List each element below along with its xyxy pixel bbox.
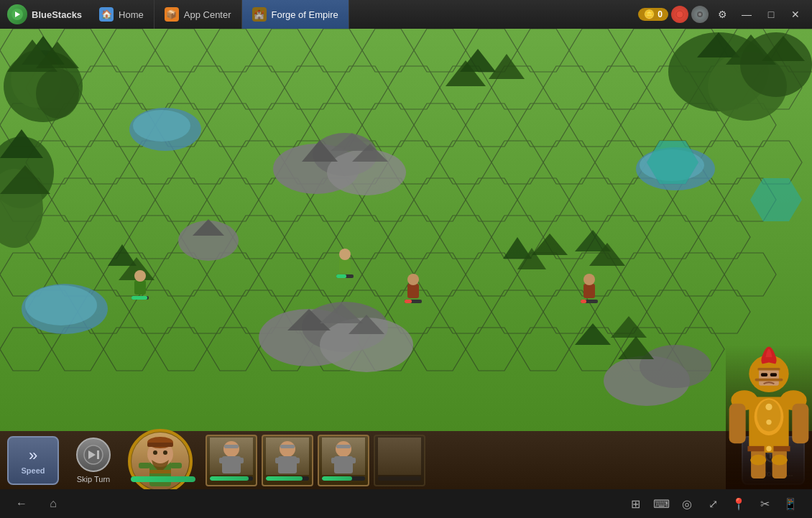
title-bar-controls: 🪙 0 ⚙ — □ ✕ <box>638 5 812 24</box>
svg-rect-88 <box>219 458 229 463</box>
unit-2-health-fill <box>266 476 303 481</box>
svg-rect-106 <box>729 404 746 443</box>
svg-point-122 <box>766 446 771 451</box>
location-icon[interactable]: 📍 <box>729 494 749 514</box>
svg-rect-72 <box>581 300 586 303</box>
svg-point-2 <box>676 11 683 18</box>
coin-icon: 🪙 <box>644 9 655 19</box>
battlefield[interactable] <box>0 29 812 431</box>
tab-appcenter[interactable]: 📦 App Center <box>154 0 242 29</box>
svg-point-66 <box>407 274 419 285</box>
home-tab-label: Home <box>119 9 144 20</box>
svg-point-39 <box>25 285 97 325</box>
unit-card-4[interactable] <box>374 435 425 486</box>
unit-1-health-bar <box>210 476 253 481</box>
svg-rect-61 <box>134 280 146 295</box>
svg-point-58 <box>339 249 351 260</box>
unit-1-image <box>210 438 253 475</box>
back-button[interactable]: ← <box>11 494 32 514</box>
mobile-icon[interactable]: 📱 <box>780 494 801 514</box>
svg-point-118 <box>765 404 772 410</box>
keyboard-icon[interactable]: ⌨ <box>651 494 671 514</box>
home-tab-icon: 🏠 <box>99 7 114 22</box>
bluestacks-icon <box>7 4 27 24</box>
unit-card-3[interactable] <box>318 435 369 486</box>
svg-rect-83 <box>139 463 150 468</box>
svg-point-116 <box>750 455 766 466</box>
cut-icon[interactable]: ✂ <box>755 494 775 514</box>
notification-badge[interactable] <box>671 6 688 23</box>
svg-rect-89 <box>234 458 244 463</box>
unit-3-health-fill <box>322 476 352 481</box>
svg-rect-75 <box>97 450 99 459</box>
unit-cards-row <box>206 435 736 486</box>
sys-left: ← ⌂ <box>11 494 63 514</box>
svg-rect-68 <box>405 300 412 303</box>
appcenter-tab-icon: 📦 <box>165 7 179 22</box>
tab-home[interactable]: 🏠 Home <box>89 0 154 29</box>
coin-count: 0 <box>658 9 663 19</box>
svg-point-81 <box>163 450 167 455</box>
svg-rect-110 <box>761 373 767 376</box>
bottom-bar: » Speed Skip Turn <box>0 431 812 489</box>
svg-rect-65 <box>407 284 419 298</box>
svg-point-35 <box>640 345 711 388</box>
unit-1-health-fill <box>210 476 249 481</box>
hero-health-fill <box>131 476 195 482</box>
svg-rect-107 <box>792 404 808 443</box>
game-area: » Speed Skip Turn <box>0 29 812 489</box>
svg-point-80 <box>153 450 157 455</box>
svg-rect-79 <box>147 443 173 447</box>
svg-point-8 <box>36 68 79 119</box>
game-tab-icon: 🏰 <box>252 7 267 22</box>
svg-rect-111 <box>770 373 777 376</box>
active-hero-health-bar <box>131 476 195 482</box>
unit-4-image <box>378 438 421 475</box>
home-button[interactable]: ⌂ <box>43 494 63 514</box>
speed-label: Speed <box>21 466 45 475</box>
appcenter-tab-label: App Center <box>184 9 231 20</box>
svg-rect-113 <box>755 379 783 381</box>
unit-3-image <box>322 438 365 475</box>
speed-icon: » <box>29 446 37 465</box>
svg-rect-94 <box>290 458 300 463</box>
unit-4-health-bar <box>378 476 421 481</box>
unit-2-image <box>266 438 309 475</box>
svg-rect-99 <box>346 458 356 463</box>
camera-icon[interactable]: ◎ <box>677 494 697 514</box>
bluestacks-logo: BlueStacks <box>0 4 89 24</box>
unit-card-1[interactable] <box>206 435 257 486</box>
bluestacks-label: BlueStacks <box>32 9 82 20</box>
battlefield-background <box>0 29 812 431</box>
game-tab-label: Forge of Empire <box>272 9 338 20</box>
warrior-portrait <box>726 346 812 489</box>
svg-point-117 <box>772 455 788 466</box>
svg-point-62 <box>134 270 146 282</box>
svg-rect-69 <box>583 284 595 298</box>
svg-rect-91 <box>280 445 295 448</box>
svg-rect-82 <box>149 470 171 473</box>
svg-point-4 <box>698 13 701 16</box>
active-hero-portrait[interactable] <box>128 433 200 488</box>
sys-right: ⊞ ⌨ ◎ ⤢ 📍 ✂ 📱 <box>625 494 801 514</box>
svg-rect-60 <box>336 274 346 278</box>
close-button[interactable]: ✕ <box>785 5 806 24</box>
svg-point-119 <box>766 420 771 425</box>
unit-card-2[interactable] <box>262 435 313 486</box>
tab-game[interactable]: 🏰 Forge of Empire <box>242 0 349 29</box>
expand-icon[interactable]: ⤢ <box>703 494 723 514</box>
skip-turn-area[interactable]: Skip Turn <box>65 438 122 484</box>
minimize-button[interactable]: — <box>736 5 757 24</box>
svg-point-90 <box>280 441 295 457</box>
speed-button[interactable]: » Speed <box>7 436 59 485</box>
unit-2-health-bar <box>266 476 309 481</box>
apps-icon[interactable]: ⊞ <box>625 494 645 514</box>
svg-point-41 <box>133 110 190 142</box>
unit-3-health-bar <box>322 476 365 481</box>
settings-button[interactable]: ⚙ <box>711 5 733 24</box>
svg-rect-57 <box>339 259 351 273</box>
maximize-button[interactable]: □ <box>760 5 782 24</box>
svg-point-70 <box>583 274 595 285</box>
record-button[interactable] <box>691 6 709 23</box>
title-bar: BlueStacks 🏠 Home 📦 App Center 🏰 Forge o… <box>0 0 812 29</box>
